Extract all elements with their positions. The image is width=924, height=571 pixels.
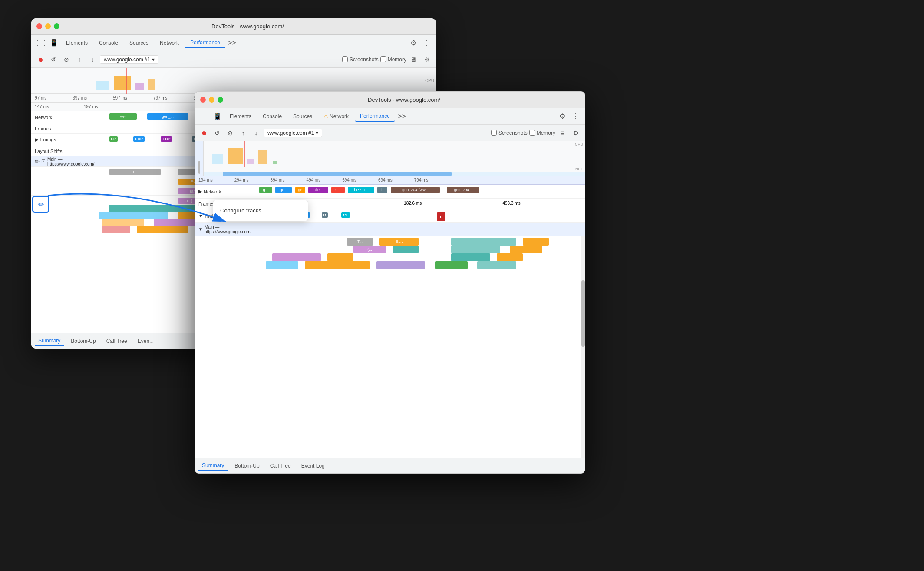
device-icon[interactable]: 📱 — [48, 37, 60, 49]
back-cpu-label: CPU — [425, 78, 434, 83]
back-network-text: Network — [35, 115, 52, 120]
front-network-label: ▶ Network — [195, 189, 256, 194]
front-time-494: 494 ms — [306, 178, 320, 183]
cpu-waveform-front — [204, 141, 585, 167]
front-toolbar: ⏺ ↺ ⊘ ↑ ↓ www.google.com #1 ▾ Screenshot… — [195, 125, 585, 141]
url-selector-back[interactable]: www.google.com #1 ▾ — [100, 55, 158, 64]
fflame-row-1: T... E...t — [256, 238, 581, 246]
more-menu-front[interactable]: ⋮ — [569, 110, 581, 123]
screenshots-checkbox-back[interactable] — [342, 56, 348, 62]
maximize-button-front[interactable] — [218, 97, 223, 103]
close-button-back[interactable] — [36, 23, 42, 29]
overview-content: CPU NET — [204, 141, 585, 176]
front-scrollbar-thumb[interactable] — [581, 280, 585, 347]
reload-btn-front[interactable]: ↺ — [211, 127, 223, 139]
url-selector-front[interactable]: www.google.com #1 ▾ — [264, 129, 322, 137]
overview-handle — [195, 141, 204, 176]
front-tab-bottomup[interactable]: Bottom-Up — [231, 461, 263, 471]
record-btn-front[interactable]: ⏺ — [198, 127, 210, 139]
reload-btn-back[interactable]: ↺ — [48, 54, 59, 65]
traffic-lights-front — [200, 97, 223, 103]
front-time-ruler: 194 ms 294 ms 394 ms 494 ms 594 ms 694 m… — [195, 176, 585, 185]
checkbox-icon[interactable]: ☑ — [41, 159, 46, 164]
screenshots-check-front[interactable]: Screenshots — [491, 130, 528, 136]
memory-checkbox-front[interactable] — [529, 130, 535, 136]
tab-performance-back[interactable]: Performance — [185, 38, 225, 48]
download-btn-back[interactable]: ↓ — [87, 54, 98, 65]
clear-btn-front[interactable]: ⊘ — [224, 127, 236, 139]
more-tabs-front[interactable]: >> — [396, 110, 408, 123]
flame-block-4 — [99, 212, 168, 219]
upload-btn-back[interactable]: ↑ — [74, 54, 85, 65]
tab-console-back[interactable]: Console — [94, 38, 123, 48]
minimize-button-back[interactable] — [45, 23, 51, 29]
configure-tracks-item[interactable]: Configure tracks... — [213, 204, 308, 217]
front-main-header-content — [256, 223, 585, 236]
badge-fp-back: FP — [109, 136, 118, 142]
screenshots-check-back[interactable]: Screenshots — [342, 56, 379, 63]
net-block-1: ww — [109, 113, 137, 120]
back-tab-bottomup[interactable]: Bottom-Up — [67, 336, 99, 346]
tab-console-front[interactable]: Console — [257, 112, 287, 121]
inspect-icon[interactable]: ⋮⋮ — [35, 37, 47, 49]
front-main-track-header: ▼ Main — https://www.google.com/ — [195, 223, 585, 236]
front-tab-calltree[interactable]: Call Tree — [267, 461, 294, 471]
url-text-front: www.google.com #1 — [267, 130, 314, 136]
memory-check-back[interactable]: Memory — [380, 56, 406, 63]
pencil-edit-icon[interactable]: ✏ — [35, 158, 40, 165]
more-tabs-back[interactable]: >> — [226, 37, 238, 49]
front-tab-summary[interactable]: Summary — [198, 461, 228, 471]
fflame-yellow4 — [497, 253, 523, 261]
memory-check-front[interactable]: Memory — [529, 130, 555, 136]
upload-btn-front[interactable]: ↑ — [238, 127, 249, 139]
inspect-icon-front[interactable]: ⋮⋮ — [198, 110, 211, 123]
back-main-text: Main — https://www.google.com/ — [47, 157, 94, 166]
front-network-content: g... ge... ge clie... 9... hPYm... h gen… — [256, 185, 585, 198]
cpu-waveform-back — [92, 68, 436, 94]
cpu-label-front: CPU — [575, 142, 583, 146]
minimize-button-front[interactable] — [209, 97, 214, 103]
tab-elements-back[interactable]: Elements — [61, 38, 93, 48]
close-button-front[interactable] — [200, 97, 206, 103]
url-text-back: www.google.com #1 — [104, 56, 150, 63]
settings-icon-front[interactable]: ⚙ — [556, 110, 568, 123]
main-expand-arrow-front: ▼ — [198, 227, 203, 232]
maximize-button-back[interactable] — [54, 23, 59, 29]
net-label-front: NET — [575, 167, 583, 171]
fflame-row-3 — [256, 253, 581, 261]
capture-icon-front[interactable]: 🖥 — [557, 127, 568, 139]
perf-settings-front[interactable]: ⚙ — [570, 127, 581, 139]
tab-elements-front[interactable]: Elements — [224, 112, 257, 121]
tab-network-front[interactable]: ⚠ Network — [318, 112, 354, 121]
screenshots-checkbox-front[interactable] — [491, 130, 497, 136]
fflame-cyan1 — [451, 238, 516, 246]
tab-sources-front[interactable]: Sources — [288, 112, 317, 121]
svg-rect-2 — [135, 83, 144, 90]
back-tab-summary[interactable]: Summary — [35, 336, 64, 346]
back-main-label: ✏ ☑ Main — https://www.google.com/ — [31, 157, 92, 166]
scroll-handle — [198, 161, 200, 174]
back-cpu-overview: CPU — [31, 68, 436, 94]
fnet-ge2: ge — [295, 187, 305, 193]
front-main-text: Main — https://www.google.com/ — [205, 225, 256, 234]
tab-sources-back[interactable]: Sources — [124, 38, 154, 48]
fflame-cyan2 — [451, 246, 500, 253]
more-menu-back[interactable]: ⋮ — [420, 37, 432, 49]
front-tab-eventlog[interactable]: Event Log — [298, 461, 328, 471]
tab-performance-front[interactable]: Performance — [355, 111, 395, 122]
capture-icon-back[interactable]: 🖥 — [408, 54, 419, 65]
download-btn-front[interactable]: ↓ — [251, 127, 262, 139]
back-tab-calltree[interactable]: Call Tree — [103, 336, 131, 346]
front-time-294: 294 ms — [234, 178, 249, 183]
time-97: 97 ms — [35, 96, 46, 100]
front-scrollbar[interactable] — [581, 236, 585, 458]
memory-checkbox-back[interactable] — [380, 56, 386, 62]
tab-network-back[interactable]: Network — [155, 38, 184, 48]
perf-settings-back[interactable]: ⚙ — [421, 54, 432, 65]
settings-icon-back[interactable]: ⚙ — [407, 37, 419, 49]
back-tab-eventlog[interactable]: Even... — [134, 336, 157, 346]
clear-btn-back[interactable]: ⊘ — [61, 54, 72, 65]
device-icon-front[interactable]: 📱 — [211, 110, 224, 123]
back-toolbar: ⏺ ↺ ⊘ ↑ ↓ www.google.com #1 ▾ Screenshot… — [31, 51, 436, 68]
record-btn-back[interactable]: ⏺ — [35, 54, 46, 65]
